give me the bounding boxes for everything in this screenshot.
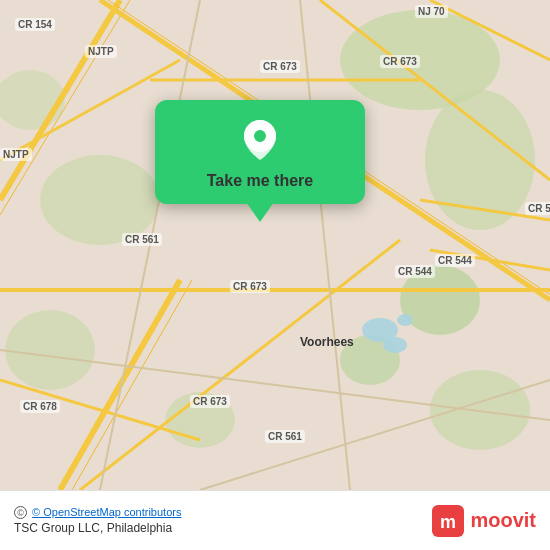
moovit-text: moovit	[470, 509, 536, 532]
road-label-cr673-top: CR 673	[260, 60, 300, 73]
road-label-cr673-center: CR 673	[230, 280, 270, 293]
road-label-nj70: NJ 70	[415, 5, 448, 18]
bottom-bar: © © OpenStreetMap contributors TSC Group…	[0, 490, 550, 550]
road-label-cr561-right: CR 544	[395, 265, 435, 278]
moovit-logo-icon: m	[432, 505, 464, 537]
road-label-cr561-mid: CR 561	[122, 233, 162, 246]
svg-point-5	[40, 155, 160, 245]
map-background	[0, 0, 550, 490]
take-me-there-button[interactable]: Take me there	[207, 172, 313, 190]
road-label-cr673-bot: CR 673	[190, 395, 230, 408]
road-label-cr544-top: CR 544	[525, 202, 550, 215]
copyright-text: © © OpenStreetMap contributors	[14, 506, 181, 519]
road-label-njtp-left: NJTP	[0, 148, 32, 161]
moovit-logo: m moovit	[432, 505, 536, 537]
osm-link[interactable]: © OpenStreetMap contributors	[32, 506, 181, 518]
svg-point-33	[253, 129, 267, 143]
svg-point-6	[5, 310, 95, 390]
road-label-cr544: CR 544	[435, 254, 475, 267]
svg-point-8	[430, 370, 530, 450]
road-label-cr154: CR 154	[15, 18, 55, 31]
place-label-voorhees: Voorhees	[300, 335, 354, 349]
popup-card: Take me there	[155, 100, 365, 204]
road-label-njtp-top: NJTP	[85, 45, 117, 58]
location-pin-icon	[238, 118, 282, 162]
road-label-cr678: CR 678	[20, 400, 60, 413]
map-container: CR 154 CR 673 NJ 70 NJTP NJTP CR 673 CR …	[0, 0, 550, 490]
road-label-cr673-2: CR 673	[380, 55, 420, 68]
copyright-icon: ©	[14, 506, 27, 519]
svg-text:m: m	[440, 512, 456, 532]
company-label: TSC Group LLC, Philadelphia	[14, 521, 181, 535]
svg-point-12	[397, 314, 413, 326]
road-label-cr561-bot: CR 561	[265, 430, 305, 443]
svg-point-11	[383, 337, 407, 353]
